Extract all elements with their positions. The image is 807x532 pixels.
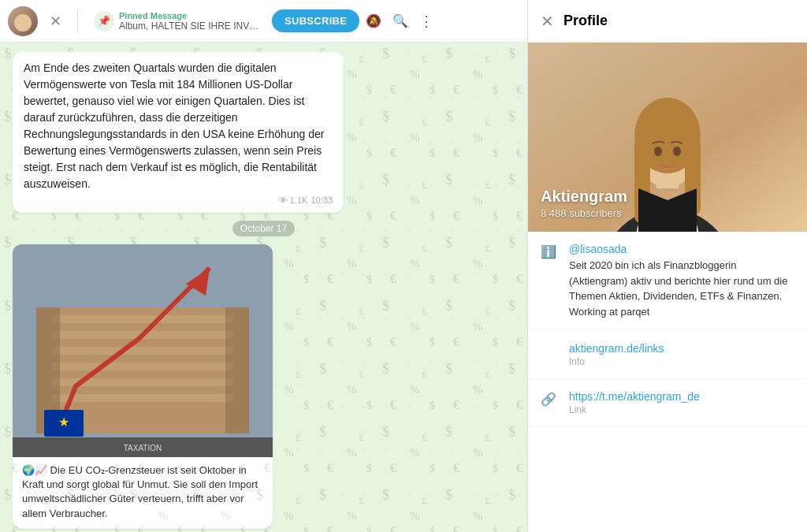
chat-area: Am Ende des zweiten Quartals wurden die … xyxy=(0,43,527,532)
website-link[interactable]: aktiengram.de/links xyxy=(569,342,794,355)
svg-rect-9 xyxy=(225,307,249,433)
header-divider xyxy=(77,9,78,33)
link-row: 🔗 https://t.me/aktiengram_de Link xyxy=(528,379,807,427)
svg-rect-2 xyxy=(52,315,233,323)
bio-content: @lisaosada Seit 2020 bin ich als Finanzb… xyxy=(569,243,794,319)
search-icon[interactable]: 🔍 xyxy=(392,13,408,28)
more-icon[interactable]: ⋮ xyxy=(419,13,433,30)
mute-icon[interactable]: 🔕 xyxy=(366,13,381,28)
svg-rect-5 xyxy=(52,363,233,370)
link-content: https://t.me/aktiengram_de Link xyxy=(569,390,794,415)
svg-rect-4 xyxy=(52,347,233,355)
profile-header: ✕ Profile xyxy=(528,0,807,43)
pin-icon: 📌 xyxy=(94,11,114,32)
back-button[interactable]: ✕ xyxy=(44,10,66,32)
svg-text:TAXATION: TAXATION xyxy=(124,444,162,452)
pinned-text-group: Pinned Message Album, HALTEN SIE IHRE IN… xyxy=(119,11,261,32)
date-divider: October 17 xyxy=(13,221,515,236)
message-meta: 👁 1.1K 10:33 xyxy=(24,195,333,205)
pinned-label: Pinned Message xyxy=(119,11,261,20)
svg-point-24 xyxy=(673,147,681,156)
profile-image-container: Aktiengram 8 488 subscribers xyxy=(528,43,807,232)
profile-title: Profile xyxy=(563,13,608,29)
post-image-svg: ★ TAXATION xyxy=(13,244,273,457)
chat-header: ✕ 📌 Pinned Message Album, HALTEN SIE IHR… xyxy=(0,0,527,43)
message-text: Am Ende des zweiten Quartals wurden die … xyxy=(24,60,333,192)
profile-info: ℹ️ @lisaosada Seit 2020 bin ich als Fina… xyxy=(528,232,807,532)
svg-point-23 xyxy=(654,147,662,156)
eye-icon: 👁 xyxy=(279,195,288,205)
pinned-message-section[interactable]: 📌 Pinned Message Album, HALTEN SIE IHRE … xyxy=(89,11,266,32)
website-row: aktiengram.de/links Info xyxy=(528,331,807,379)
website-content: aktiengram.de/links Info xyxy=(569,342,794,367)
profile-close-button[interactable]: ✕ xyxy=(541,12,554,31)
message-bubble: Am Ende des zweiten Quartals wurden die … xyxy=(13,52,344,213)
svg-rect-7 xyxy=(52,394,233,402)
svg-text:★: ★ xyxy=(58,415,69,429)
channel-avatar[interactable] xyxy=(8,6,38,36)
image-caption: 🌍📈 Die EU CO₂-Grenzsteuer ist seit Oktob… xyxy=(13,457,273,529)
header-action-icons: 🔕 🔍 ⋮ xyxy=(366,13,433,30)
info-icon: ℹ️ xyxy=(541,243,556,259)
pinned-content: Album, HALTEN SIE IHRE INVE... xyxy=(119,20,261,32)
profile-subscribers: 8 488 subscribers xyxy=(541,207,627,219)
profile-channel-name: Aktiengram xyxy=(541,188,627,206)
message-time: 10:33 xyxy=(311,195,333,205)
website-label: Info xyxy=(569,356,794,367)
chat-panel: ✕ 📌 Pinned Message Album, HALTEN SIE IHR… xyxy=(0,0,528,532)
bio-row: ℹ️ @lisaosada Seit 2020 bin ich als Fina… xyxy=(528,232,807,331)
profile-panel: ✕ Profile xyxy=(528,0,807,532)
profile-handle[interactable]: @lisaosada xyxy=(569,243,794,255)
link-label: Link xyxy=(569,404,794,415)
profile-name-overlay: Aktiengram 8 488 subscribers xyxy=(541,188,627,219)
profile-description: Seit 2020 bin ich als Finanzbloggerin (A… xyxy=(569,258,794,319)
post-image: ★ TAXATION xyxy=(13,244,273,457)
date-badge: October 17 xyxy=(232,221,295,236)
subscribe-button[interactable]: SUBSCRIBE xyxy=(272,9,359,32)
image-message: ★ TAXATION 🌍📈 Die EU CO₂-Grenzsteuer ist… xyxy=(13,244,273,529)
link-icon: 🔗 xyxy=(541,390,556,407)
message-views: 👁 1.1K xyxy=(279,195,308,205)
profile-link-url[interactable]: https://t.me/aktiengram_de xyxy=(569,390,794,403)
